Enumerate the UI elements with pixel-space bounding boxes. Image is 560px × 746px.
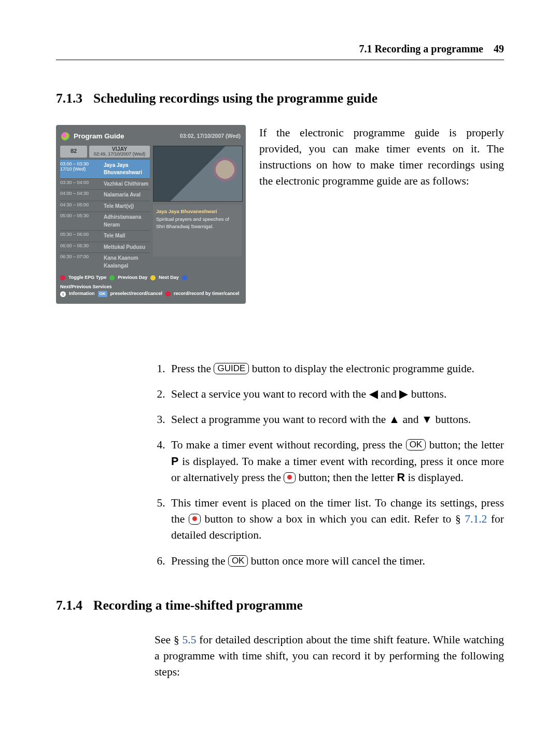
xref-7-1-2[interactable]: 7.1.2 bbox=[465, 513, 487, 525]
right-arrow-icon: ▶ bbox=[399, 388, 408, 400]
ok-button: OK bbox=[406, 439, 426, 451]
epg-detail-box: Jaya Jaya Bhuvaneshwari Spiritual prayer… bbox=[153, 205, 242, 257]
step6-b: button once more will cancel the timer. bbox=[248, 555, 425, 567]
heading-title: Scheduling recordings using the programm… bbox=[93, 91, 377, 106]
letter-r: R bbox=[397, 471, 405, 484]
epg-row-name: Tele Mall bbox=[104, 232, 150, 240]
epg-programme-row: 05:30 – 06:00Tele Mall bbox=[60, 230, 150, 242]
legend-preselect: preselect/record/cancel bbox=[110, 290, 163, 298]
step-1: Press the GUIDE button to display the el… bbox=[168, 361, 504, 377]
epg-logo-icon bbox=[61, 132, 69, 140]
step-2: Select a service you want to record with… bbox=[168, 386, 504, 402]
epg-body: 82 VIJAY 02:49, 17/10/2007 (Wed) 03:00 –… bbox=[60, 146, 242, 272]
record-dot-icon bbox=[287, 475, 292, 480]
down-arrow-icon: ▼ bbox=[422, 413, 432, 426]
ok-button: OK bbox=[228, 555, 248, 567]
step-5: This timer event is placed on the timer … bbox=[168, 495, 504, 544]
epg-channel-row: 82 VIJAY 02:49, 17/10/2007 (Wed) bbox=[60, 146, 150, 158]
step4-b: button; the letter bbox=[426, 439, 504, 451]
up-arrow-icon: ▲ bbox=[389, 413, 400, 426]
step3-a: Select a programme you want to record wi… bbox=[171, 413, 389, 426]
epg-title: Program Guide bbox=[74, 131, 124, 142]
step4-d: button; then the letter bbox=[296, 471, 397, 484]
epg-row-name: Vazhkai Chithiram bbox=[104, 180, 150, 188]
epg-row-name: Nalamaria Aval bbox=[104, 191, 150, 199]
epg-row-time: 05:00 – 05:30 bbox=[60, 214, 102, 229]
legend-next-day: Next Day bbox=[159, 274, 179, 281]
epg-detail-title: Jaya Jaya Bhuvaneshwari bbox=[156, 208, 239, 215]
letter-p: P bbox=[171, 455, 178, 468]
epg-programme-row: 06:00 – 06:30Mettukal Pudusu bbox=[60, 242, 150, 253]
epg-intro-row: Program Guide 03:02, 17/10/2007 (Wed) 82… bbox=[56, 125, 504, 304]
epg-row-time: 04:00 – 04:30 bbox=[60, 191, 102, 199]
heading-title: Recording a time-shifted programme bbox=[93, 598, 303, 613]
step4-a: To make a timer event without recording,… bbox=[171, 439, 406, 451]
record-dot-icon bbox=[165, 291, 171, 297]
epg-row-name: Jaya Jaya Bhuvaneshwari bbox=[104, 162, 150, 177]
step3-and: and bbox=[400, 413, 422, 426]
epg-programme-row: 03:00 – 03:3017/10 (Wed)Jaya Jaya Bhuvan… bbox=[60, 160, 150, 178]
left-arrow-icon: ◀ bbox=[369, 388, 378, 400]
intro-paragraph: If the electronic programme guide is pro… bbox=[259, 125, 504, 304]
epg-channel-name: VIJAY 02:49, 17/10/2007 (Wed) bbox=[89, 146, 150, 158]
header-section: 7.1 Recording a programme bbox=[359, 43, 483, 54]
epg-title-bar: Program Guide 03:02, 17/10/2007 (Wed) bbox=[60, 129, 242, 146]
step2-a: Select a service you want to record with… bbox=[171, 388, 369, 400]
step-4: To make a timer event without recording,… bbox=[168, 437, 504, 486]
legend-next-prev-serv: Next/Previous Services bbox=[60, 284, 112, 291]
blue-dot-icon bbox=[182, 275, 187, 280]
epg-screenshot: Program Guide 03:02, 17/10/2007 (Wed) 82… bbox=[56, 125, 246, 304]
xref-5-5[interactable]: 5.5 bbox=[183, 634, 197, 646]
epg-channel-time: 02:49, 17/10/2007 (Wed) bbox=[89, 152, 150, 157]
epg-programme-row: 05:00 – 05:30Adhirstamaana Neram bbox=[60, 212, 150, 230]
step2-b: buttons. bbox=[408, 388, 446, 400]
record-button bbox=[284, 472, 296, 483]
step3-b: buttons. bbox=[432, 413, 471, 426]
legend-prev-day: Previous Day bbox=[118, 274, 147, 281]
step4-e: is displayed. bbox=[405, 471, 464, 484]
info-icon: i bbox=[60, 291, 66, 297]
para-7-1-4: See § 5.5 for detailed description about… bbox=[155, 632, 504, 681]
step6-a: Pressing the bbox=[171, 555, 228, 567]
epg-preview-image bbox=[153, 146, 243, 202]
p714-b: for detailed description about the time … bbox=[155, 634, 504, 678]
epg-programme-list: 03:00 – 03:3017/10 (Wed)Jaya Jaya Bhuvan… bbox=[60, 160, 150, 272]
heading-7-1-3: 7.1.3Scheduling recordings using the pro… bbox=[56, 89, 504, 108]
record-button bbox=[189, 514, 201, 525]
heading-number: 7.1.4 bbox=[56, 596, 93, 615]
epg-channel-name-text: VIJAY bbox=[112, 146, 127, 152]
step1-a: Press the bbox=[171, 362, 214, 375]
epg-row-time: 05:30 – 06:00 bbox=[60, 232, 102, 240]
legend-toggle: Toggle EPG Type bbox=[68, 274, 106, 281]
epg-row-name: Kana Kaanum Kaalangal bbox=[104, 255, 150, 270]
p714-a: See § bbox=[155, 634, 183, 646]
step2-and: and bbox=[378, 388, 400, 400]
epg-row-time: 04:30 – 05:00 bbox=[60, 203, 102, 210]
legend-info: Information bbox=[69, 290, 95, 298]
yellow-dot-icon bbox=[150, 275, 156, 280]
epg-row-time: 03:30 – 04:00 bbox=[60, 180, 102, 188]
epg-programme-row: 04:30 – 05:00Tele Mart(vj) bbox=[60, 201, 150, 212]
step-3: Select a programme you want to record wi… bbox=[168, 412, 504, 428]
running-header: 7.1 Recording a programme 49 bbox=[56, 41, 504, 60]
step1-b: button to display the electronic program… bbox=[249, 362, 474, 375]
epg-left: 82 VIJAY 02:49, 17/10/2007 (Wed) 03:00 –… bbox=[60, 146, 150, 272]
step5-b: button to show a box in which you can ed… bbox=[201, 513, 465, 525]
epg-programme-row: 06:30 – 07:00Kana Kaanum Kaalangal bbox=[60, 252, 150, 271]
heading-7-1-4: 7.1.4Recording a time-shifted programme bbox=[56, 596, 504, 615]
page: 7.1 Recording a programme 49 7.1.3Schedu… bbox=[0, 0, 560, 680]
steps-list: Press the GUIDE button to display the el… bbox=[155, 361, 504, 569]
header-page-number: 49 bbox=[494, 43, 504, 54]
epg-programme-row: 04:00 – 04:30Nalamaria Aval bbox=[60, 189, 150, 201]
ok-chip-icon: OK bbox=[98, 291, 107, 297]
epg-detail-text: Spiritual prayers and speeches of Shri B… bbox=[156, 216, 239, 230]
epg-programme-row: 03:30 – 04:00Vazhkai Chithiram bbox=[60, 178, 150, 190]
epg-row-time: 06:00 – 06:30 bbox=[60, 244, 102, 251]
epg-right: Jaya Jaya Bhuvaneshwari Spiritual prayer… bbox=[153, 146, 242, 272]
green-dot-icon bbox=[109, 275, 115, 280]
epg-row-time: 03:00 – 03:3017/10 (Wed) bbox=[60, 162, 102, 177]
epg-row-name: Adhirstamaana Neram bbox=[104, 214, 150, 229]
epg-legend: Toggle EPG Type Previous Day Next Day Ne… bbox=[60, 274, 242, 298]
heading-number: 7.1.3 bbox=[56, 89, 93, 108]
record-dot-icon bbox=[192, 516, 197, 521]
